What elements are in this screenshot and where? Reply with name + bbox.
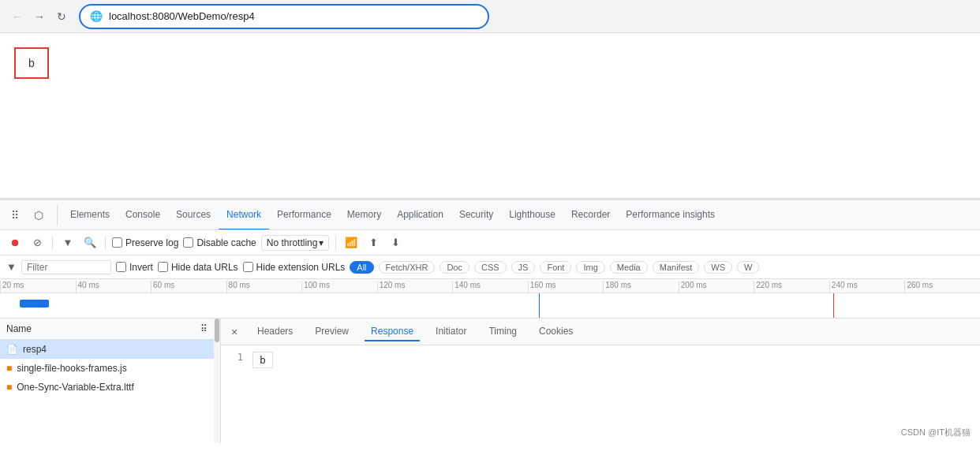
upload-icon[interactable]: ⬆ [365,234,382,252]
page-letter: b [28,57,35,69]
file-list-header-label: Name [6,323,32,334]
detail-tab-initiator[interactable]: Initiator [429,323,473,341]
record-button[interactable]: ⏺ [6,234,24,252]
address-bar: 🌐 [79,4,489,29]
filter-chip-ws[interactable]: WS [704,261,732,274]
devtools-panel: ⠿ ⬡ Elements Console Sources Network Per… [0,199,980,443]
tick-11: 240 ms [829,281,905,293]
hide-data-urls-label[interactable]: Hide data URLs [158,262,238,273]
toolbar-separator-2 [105,236,106,250]
tick-0: 20 ms [0,281,76,293]
timeline-marker-red [833,293,834,319]
scrollbar-thumb[interactable] [215,319,219,342]
tick-3: 80 ms [226,281,302,293]
tab-performance[interactable]: Performance [269,200,339,230]
preserve-log-label[interactable]: Preserve log [112,237,178,248]
tab-security[interactable]: Security [451,200,501,230]
file-list-header: Name ⠿ [0,319,214,340]
tick-9: 200 ms [679,281,754,293]
file-icon-item3: ■ [6,382,12,393]
search-button[interactable]: 🔍 [81,234,99,252]
tab-elements[interactable]: Elements [62,200,118,230]
detail-tab-response[interactable]: Response [365,323,420,341]
devtools-icon-group: ⠿ ⬡ [5,205,58,226]
detail-tab-headers[interactable]: Headers [251,323,299,341]
filter-chip-manifest[interactable]: Manifest [653,261,700,274]
filter-chip-js[interactable]: JS [511,261,536,274]
filter-chip-fetch[interactable]: Fetch/XHR [379,261,436,274]
reload-button[interactable]: ↻ [52,7,71,26]
list-item-hooks-frames[interactable]: ■ single-file-hooks-frames.js [0,359,214,378]
filter-chip-all[interactable]: All [350,261,373,274]
filter-chip-font[interactable]: Font [540,261,571,274]
devtools-toggle-btn[interactable]: ⠿ [5,205,25,226]
file-icon-resp4: 📄 [6,344,18,355]
detail-tab-cookies[interactable]: Cookies [533,323,579,341]
filter-chip-img[interactable]: Img [576,261,604,274]
filter-chip-media[interactable]: Media [610,261,648,274]
csdn-watermark: CSDN @IT机器猫 [901,427,971,438]
toolbar-separator-1 [52,236,53,250]
page-content: b [0,33,980,199]
tick-2: 60 ms [151,281,226,293]
devtools-timeline: 20 ms 40 ms 60 ms 80 ms 100 ms 120 ms 14… [0,279,980,319]
back-button[interactable]: ← [8,7,27,26]
request-detail-header: × Headers Preview Response Initiator Tim… [221,319,980,345]
file-icon-hooks-frames: ■ [6,363,12,374]
list-item-item3[interactable]: ■ One-Sync-Variable-Extra.lttf [0,378,214,397]
file-name-hooks-frames: single-file-hooks-frames.js [17,363,208,374]
nav-buttons: ← → ↻ [8,7,71,26]
filter-chip-css[interactable]: CSS [474,261,507,274]
line-number-1: 1 [227,352,243,363]
throttle-value: No throttling [267,237,318,248]
file-list-scrollbar[interactable] [214,319,220,443]
clear-button[interactable]: ⊘ [28,234,46,252]
tab-memory[interactable]: Memory [339,200,389,230]
request-detail-panel: × Headers Preview Response Initiator Tim… [221,319,980,443]
page-letter-box: b [14,47,49,79]
list-item-resp4[interactable]: 📄 resp4 [0,340,214,359]
tab-performance-insights[interactable]: Performance insights [618,200,723,230]
tick-4: 100 ms [301,281,377,293]
wifi-icon[interactable]: 📶 [342,234,360,252]
tab-recorder[interactable]: Recorder [563,200,618,230]
devtools-inspect-btn[interactable]: ⬡ [28,205,49,226]
disable-cache-label[interactable]: Disable cache [183,237,256,248]
tab-console[interactable]: Console [118,200,168,230]
filter-button[interactable]: ▼ [59,234,77,252]
disable-cache-checkbox[interactable] [183,237,193,248]
tick-5: 120 ms [377,281,453,293]
toolbar-separator-3 [335,236,336,250]
preserve-log-checkbox[interactable] [112,237,122,248]
filter-chip-w[interactable]: W [737,261,759,274]
timeline-ruler: 20 ms 40 ms 60 ms 80 ms 100 ms 120 ms 14… [0,279,980,293]
tick-7: 160 ms [528,281,604,293]
download-icon[interactable]: ⬇ [387,234,404,252]
timeline-bar-resp4 [20,300,49,308]
close-detail-button[interactable]: × [227,325,241,339]
tick-8: 180 ms [603,281,679,293]
globe-icon: 🌐 [90,10,103,22]
filter-input-wrap [21,260,111,274]
devtools-main: Name ⠿ 📄 resp4 ■ single-file-hooks-frame… [0,319,980,443]
forward-button[interactable]: → [30,7,49,26]
resize-handle[interactable]: ⠿ [200,323,208,334]
filter-input[interactable] [27,262,106,273]
hide-data-urls-checkbox[interactable] [158,262,168,272]
hide-ext-urls-label[interactable]: Hide extension URLs [243,262,346,273]
invert-label[interactable]: Invert [116,262,153,273]
tab-network[interactable]: Network [219,200,269,230]
detail-tab-timing[interactable]: Timing [482,323,523,341]
tab-application[interactable]: Application [389,200,451,230]
detail-tab-preview[interactable]: Preview [309,323,355,341]
tab-sources[interactable]: Sources [168,200,219,230]
response-content: 1 b [221,345,980,443]
throttle-dropdown[interactable]: No throttling ▾ [261,235,330,251]
url-input[interactable] [109,10,478,22]
timeline-bar-area [0,293,980,317]
hide-ext-urls-checkbox[interactable] [243,262,253,272]
tick-10: 220 ms [754,281,829,293]
tab-lighthouse[interactable]: Lighthouse [501,200,563,230]
filter-chip-doc[interactable]: Doc [440,261,469,274]
invert-checkbox[interactable] [116,262,126,272]
